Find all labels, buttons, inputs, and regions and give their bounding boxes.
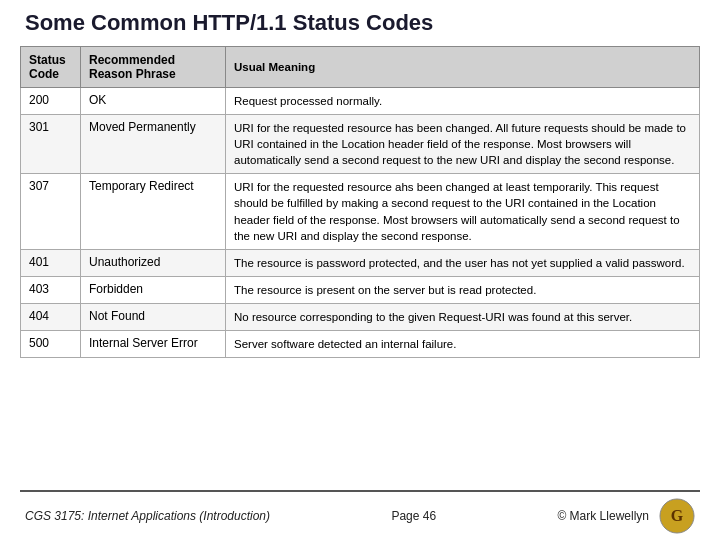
cell-reason-phrase: Not Found: [81, 303, 226, 330]
cell-status-code: 401: [21, 249, 81, 276]
page: Some Common HTTP/1.1 Status Codes Status…: [0, 0, 720, 540]
footer-course: CGS 3175: Internet Applications (Introdu…: [25, 509, 270, 523]
cell-reason-phrase: Temporary Redirect: [81, 174, 226, 249]
footer-page: Page 46: [391, 509, 436, 523]
cell-status-code: 403: [21, 276, 81, 303]
cell-usual-meaning: Server software detected an internal fai…: [226, 331, 700, 358]
table-row: 401UnauthorizedThe resource is password …: [21, 249, 700, 276]
table-row: 403ForbiddenThe resource is present on t…: [21, 276, 700, 303]
logo-icon: G: [659, 498, 695, 534]
page-title: Some Common HTTP/1.1 Status Codes: [20, 10, 700, 36]
cell-usual-meaning: URI for the requested resource ahs been …: [226, 174, 700, 249]
table-row: 307Temporary RedirectURI for the request…: [21, 174, 700, 249]
cell-status-code: 307: [21, 174, 81, 249]
cell-status-code: 500: [21, 331, 81, 358]
cell-usual-meaning: Request processed normally.: [226, 88, 700, 115]
header-usual-meaning: Usual Meaning: [226, 47, 700, 88]
table-row: 200OKRequest processed normally.: [21, 88, 700, 115]
cell-usual-meaning: The resource is password protected, and …: [226, 249, 700, 276]
table-row: 301Moved PermanentlyURI for the requeste…: [21, 115, 700, 174]
footer-right-group: © Mark Llewellyn G: [557, 498, 695, 534]
status-codes-table: StatusCode RecommendedReason Phrase Usua…: [20, 46, 700, 358]
table-row: 404Not FoundNo resource corresponding to…: [21, 303, 700, 330]
table-body: 200OKRequest processed normally.301Moved…: [21, 88, 700, 358]
svg-text:G: G: [671, 507, 684, 524]
footer-copyright: © Mark Llewellyn: [557, 509, 649, 523]
cell-reason-phrase: Forbidden: [81, 276, 226, 303]
cell-usual-meaning: The resource is present on the server bu…: [226, 276, 700, 303]
cell-status-code: 301: [21, 115, 81, 174]
cell-reason-phrase: Internal Server Error: [81, 331, 226, 358]
cell-usual-meaning: No resource corresponding to the given R…: [226, 303, 700, 330]
header-status-code: StatusCode: [21, 47, 81, 88]
header-reason-phrase: RecommendedReason Phrase: [81, 47, 226, 88]
cell-reason-phrase: Unauthorized: [81, 249, 226, 276]
table-header-row: StatusCode RecommendedReason Phrase Usua…: [21, 47, 700, 88]
cell-status-code: 404: [21, 303, 81, 330]
table-wrapper: StatusCode RecommendedReason Phrase Usua…: [20, 46, 700, 486]
cell-status-code: 200: [21, 88, 81, 115]
table-row: 500Internal Server ErrorServer software …: [21, 331, 700, 358]
footer: CGS 3175: Internet Applications (Introdu…: [20, 490, 700, 540]
cell-reason-phrase: Moved Permanently: [81, 115, 226, 174]
cell-reason-phrase: OK: [81, 88, 226, 115]
cell-usual-meaning: URI for the requested resource has been …: [226, 115, 700, 174]
